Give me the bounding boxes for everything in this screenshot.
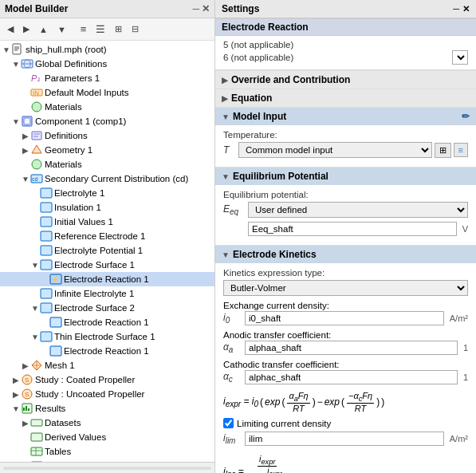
settings-pin-icon[interactable]: ─	[453, 4, 459, 14]
anodic-label: Anodic transfer coefficient:	[223, 330, 331, 340]
tree-item-study1[interactable]: ▶ S Study : Coated Propeller	[0, 372, 214, 387]
tree-label-rxn2: Electrode Reaction 1	[64, 317, 213, 327]
settings-header: Settings ─ ✕	[215, 0, 476, 18]
limiting-input[interactable]	[245, 432, 444, 446]
tree-item-thinSurf[interactable]: ▼ Thin Electrode Surface 1	[0, 329, 214, 344]
temperature-btn2[interactable]: ≡	[454, 143, 468, 157]
show-button[interactable]: ≡	[77, 21, 91, 37]
pin-icon[interactable]: ─	[192, 3, 199, 14]
forward-button[interactable]: ▶	[19, 22, 33, 37]
override-header[interactable]: ▶ Override and Contribution	[215, 71, 476, 89]
limiting-symbol: ilim	[223, 432, 242, 445]
tree-item-surf1[interactable]: ▼ Electrode Surface 1	[0, 258, 214, 272]
temperature-select[interactable]: Common model input	[238, 142, 432, 158]
svg-text:⚡: ⚡	[51, 275, 59, 283]
tree-item-rxn3[interactable]: Electrode Reaction 1	[0, 344, 214, 358]
tree-item-mat-global[interactable]: Materials	[0, 100, 214, 114]
model-input-section: ▼ Model Input ✏ Temperature: T Common mo…	[215, 108, 476, 168]
er-dropdown[interactable]	[452, 50, 468, 65]
expand-button[interactable]: ⊞	[111, 22, 126, 37]
tree-toggle-comp1[interactable]: ▼	[11, 117, 21, 126]
tree-toggle-results[interactable]: ▼	[11, 404, 21, 413]
tree-item-comp1[interactable]: ▼ Component 1 (comp1)	[0, 114, 214, 128]
formula-open-paren: (	[260, 396, 263, 408]
tree-label-study1: Study : Coated Propeller	[35, 375, 213, 384]
tree-toggle-mesh[interactable]: ▶	[21, 361, 30, 370]
tree-item-mat-comp[interactable]: Materials	[0, 157, 214, 171]
formula-iloc: iloc = iexpr 1 + | iexpr ilim |	[223, 452, 468, 473]
equilibrium-chevron: ▼	[222, 172, 230, 181]
tree-item-infElec[interactable]: Infinite Electrolyte 1	[0, 286, 214, 301]
tree-toggle-surf2[interactable]: ▼	[30, 304, 40, 313]
model-input-header[interactable]: ▼ Model Input ✏	[215, 108, 476, 125]
tree-label-insul1: Insulation 1	[54, 203, 213, 212]
tree-item-study2[interactable]: ▶ S Study : Uncoated Propeller	[0, 387, 214, 401]
add-button[interactable]: ☰	[92, 21, 109, 37]
tree-item-defs[interactable]: ▶ Definitions	[0, 128, 214, 143]
tree-label-refElec: Reference Electrode 1	[54, 231, 213, 241]
tree-toggle-datasets[interactable]: ▶	[21, 419, 30, 428]
tree-toggle-thinSurf[interactable]: ▼	[30, 333, 40, 341]
tree-item-params[interactable]: P₁ Parameters 1	[0, 71, 214, 85]
exchange-input[interactable]	[245, 311, 444, 325]
tree-toggle-root[interactable]: ▼	[2, 45, 11, 54]
close-icon[interactable]: ✕	[202, 3, 210, 14]
model-input-edit-icon[interactable]: ✏	[462, 111, 470, 122]
up-button[interactable]: ▲	[35, 22, 52, 37]
temperature-symbol: T	[223, 144, 236, 156]
tree-item-datasets[interactable]: ▶ Datasets	[0, 416, 214, 430]
tree-item-default[interactable]: IN Default Model Inputs	[0, 85, 214, 100]
cathodic-input[interactable]	[245, 370, 458, 384]
tree-toggle-study2[interactable]: ▶	[11, 390, 21, 399]
tree-item-elecPot[interactable]: Electrolyte Potential 1	[0, 243, 214, 258]
tree-item-surf2[interactable]: ▼ Electrode Surface 2	[0, 301, 214, 315]
tree-item-tables[interactable]: Tables	[0, 444, 214, 459]
tree-item-elec1[interactable]: Electrolyte 1	[0, 186, 214, 200]
kinetics-header[interactable]: ▼ Electrode Kinetics	[215, 246, 476, 263]
tree-item-refElec[interactable]: Reference Electrode 1	[0, 229, 214, 243]
tree-label-params: Parameters 1	[45, 73, 213, 83]
init-icon	[40, 215, 53, 228]
eq-var-input[interactable]	[248, 222, 457, 236]
tree-item-global[interactable]: ▼ Global Definitions	[0, 57, 214, 71]
material-comp-icon	[30, 158, 43, 171]
electrode-reaction-header[interactable]: Electrode Reaction	[215, 18, 476, 36]
exchange-label: Exchange current density:	[223, 301, 329, 310]
svg-rect-22	[41, 217, 52, 227]
back-button[interactable]: ◀	[3, 22, 18, 37]
tree-toggle-study1[interactable]: ▶	[11, 376, 21, 384]
tree-toggle-global[interactable]: ▼	[11, 60, 21, 69]
svg-rect-30	[50, 317, 61, 327]
tree-toggle-scd[interactable]: ▼	[21, 175, 30, 183]
kinetics-type-select[interactable]: Butler-Volmer	[223, 280, 468, 296]
anodic-input[interactable]	[245, 341, 458, 355]
eq-select[interactable]: User defined	[248, 202, 468, 218]
tree-toggle-geo[interactable]: ▶	[21, 146, 30, 155]
tree-item-derivedVals[interactable]: Derived Values	[0, 430, 214, 444]
collapse-button[interactable]: ⊟	[128, 22, 143, 37]
equation-header[interactable]: ▶ Equation	[215, 89, 476, 107]
model-builder-title: Model Builder	[5, 3, 68, 14]
tree-item-scd[interactable]: ▼ cd Secondary Current Distribution (cd)	[0, 171, 214, 186]
tree-toggle-surf1[interactable]: ▼	[30, 261, 40, 270]
settings-close-icon[interactable]: ✕	[462, 4, 470, 14]
tree-item-rxn2[interactable]: Electrode Reaction 1	[0, 315, 214, 329]
equilibrium-header[interactable]: ▼ Equilibrium Potential	[215, 168, 476, 185]
tree-item-init1[interactable]: Initial Values 1	[0, 215, 214, 229]
tree-label-mat-comp: Materials	[45, 160, 213, 169]
svg-rect-29	[41, 303, 52, 313]
formula-paren2-close: )	[376, 396, 380, 408]
limiting-row: ilim A/m²	[223, 432, 468, 446]
tree-item-insul1[interactable]: Insulation 1	[0, 200, 214, 215]
tree-item-geo[interactable]: ▶ Geometry 1	[0, 143, 214, 157]
tree-item-root[interactable]: ▼ ship_hull.mph (root)	[0, 42, 214, 57]
tree-toggle-defs[interactable]: ▶	[21, 132, 30, 140]
tree-item-rxn1[interactable]: ⚡ Electrode Reaction 1	[0, 272, 214, 286]
limiting-checkbox[interactable]	[223, 418, 234, 428]
down-button[interactable]: ▼	[53, 22, 70, 37]
temperature-btn1[interactable]: ⊞	[435, 143, 451, 158]
exchange-symbol: i0	[223, 312, 242, 325]
tree-item-results[interactable]: ▼ Results	[0, 401, 214, 416]
kinetics-label: Electrode Kinetics	[233, 249, 317, 260]
tree-item-mesh[interactable]: ▶ Mesh 1	[0, 358, 214, 372]
